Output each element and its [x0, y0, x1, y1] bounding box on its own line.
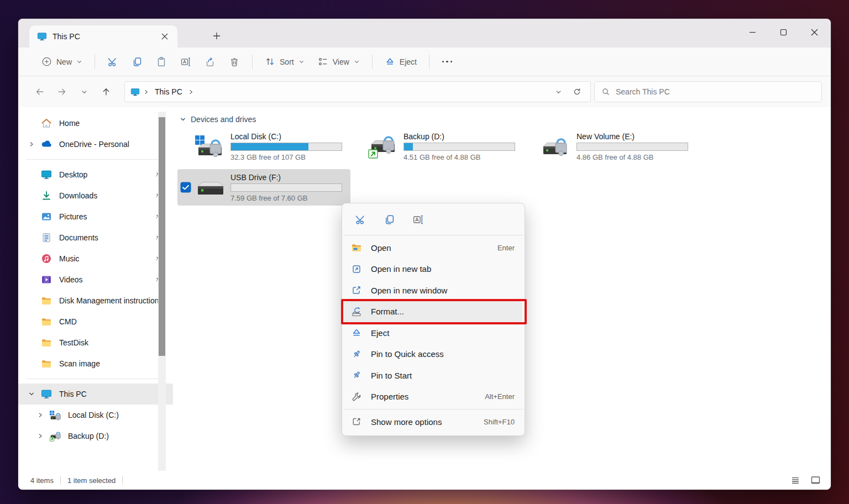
delete-button[interactable] — [222, 52, 247, 72]
sidebar-item-testdisk[interactable]: TestDisk — [18, 332, 173, 353]
up-button[interactable] — [97, 82, 116, 101]
this-pc-monitor-icon — [130, 87, 140, 97]
sidebar-item-label: Backup (D:) — [68, 432, 173, 440]
large-thumbnails-view-icon[interactable] — [809, 474, 822, 487]
drive-tile-usb-f[interactable]: USB Drive (F:) 7.59 GB free of 7.60 GB — [177, 169, 350, 206]
sidebar-item-scan-image[interactable]: Scan image — [18, 353, 173, 374]
pin-icon — [351, 349, 362, 360]
details-view-icon[interactable] — [789, 474, 802, 487]
tab-this-pc[interactable]: This PC — [29, 25, 177, 48]
sidebar-item-label: Music — [59, 254, 151, 263]
chevron-right-icon[interactable] — [188, 89, 194, 95]
share-button[interactable] — [198, 52, 222, 72]
context-menu-item-open-new-tab[interactable]: Open in new tab — [344, 259, 522, 280]
sidebar-item-documents[interactable]: Documents — [18, 227, 173, 248]
new-button[interactable]: New — [35, 52, 89, 72]
this-pc-monitor-icon — [40, 389, 53, 400]
folder-icon — [40, 295, 53, 306]
file-explorer-window: This PC New — [18, 19, 831, 490]
status-divider — [122, 476, 123, 485]
rename-icon — [180, 56, 191, 67]
drive-tile-backup-d[interactable]: Backup (D:) 4.51 GB free of 4.88 GB — [350, 128, 523, 165]
sidebar-item-desktop[interactable]: Desktop — [18, 164, 173, 185]
copy-icon-button[interactable] — [380, 210, 399, 229]
item-count: 4 items — [30, 476, 54, 485]
section-devices-and-drives[interactable]: Devices and drives — [177, 115, 831, 124]
cut-icon-button[interactable] — [351, 210, 370, 229]
paste-button[interactable] — [149, 52, 174, 72]
breadcrumb-bar[interactable]: This PC — [124, 81, 591, 102]
backup-d-icon — [49, 431, 61, 442]
rename-icon-button[interactable] — [408, 210, 427, 229]
sidebar-item-label: Documents — [59, 233, 151, 242]
sidebar-item-label: Videos — [59, 275, 151, 284]
chevron-down-icon[interactable] — [25, 389, 38, 400]
section-header-label: Devices and drives — [191, 115, 256, 124]
selected-checkbox[interactable] — [180, 182, 191, 193]
context-menu-item-pin-start[interactable]: Pin to Start — [344, 365, 522, 386]
see-more-button[interactable] — [435, 52, 459, 72]
address-dropdown-chevron-icon[interactable] — [551, 84, 566, 99]
menu-item-label: Open in new tab — [371, 264, 515, 274]
forward-button[interactable] — [53, 82, 71, 101]
sidebar-item-label: Disk Management instruction — [59, 296, 173, 305]
new-tab-button[interactable] — [208, 28, 225, 44]
hard-drive-share-icon — [367, 133, 398, 160]
context-menu-item-properties[interactable]: Properties Alt+Enter — [344, 386, 522, 408]
sidebar-item-home[interactable]: Home — [18, 113, 173, 134]
sort-button[interactable]: Sort — [258, 52, 311, 72]
folder-icon — [40, 358, 53, 369]
chevron-down-icon[interactable] — [180, 116, 186, 123]
view-button-label: View — [333, 57, 349, 66]
copy-button[interactable] — [125, 52, 149, 72]
chevron-right-icon[interactable] — [34, 410, 47, 421]
rename-button[interactable] — [174, 52, 198, 72]
tab-close-icon[interactable] — [158, 29, 172, 44]
sidebar-item-downloads[interactable]: Downloads — [18, 185, 173, 206]
context-menu-item-pin-quick-access[interactable]: Pin to Quick access — [344, 344, 522, 365]
context-menu-item-open[interactable]: Open Enter — [344, 237, 522, 259]
sidebar-item-pictures[interactable]: Pictures — [18, 206, 173, 227]
sidebar-item-cmd[interactable]: CMD — [18, 311, 173, 332]
minimize-button[interactable] — [737, 19, 768, 45]
pictures-icon — [40, 211, 53, 222]
sidebar-item-backup-d[interactable]: Backup (D:) — [18, 426, 173, 447]
breadcrumb-this-pc[interactable]: This PC — [153, 87, 185, 96]
drive-free-space: 4.51 GB free of 4.88 GB — [403, 153, 515, 161]
hard-drive-lock-icon — [540, 133, 571, 160]
refresh-icon[interactable] — [569, 84, 585, 99]
drive-free-space: 4.86 GB free of 4.88 GB — [577, 153, 688, 161]
search-input[interactable] — [616, 87, 815, 96]
context-menu-item-show-more-options[interactable]: Show more options Shift+F10 — [344, 411, 522, 433]
sidebar-scrollbar-thumb[interactable] — [159, 117, 165, 356]
share-icon — [205, 56, 216, 67]
sidebar-item-onedrive[interactable]: OneDrive - Personal — [18, 134, 173, 155]
eject-toolbar-button[interactable]: Eject — [378, 52, 423, 72]
desktop-wallpaper: This PC New — [0, 0, 849, 504]
recent-locations-chevron-icon[interactable] — [75, 82, 93, 101]
maximize-button[interactable] — [768, 19, 799, 45]
navigation-pane: Home OneDrive - Personal Desktop — [18, 107, 173, 471]
context-menu-item-eject[interactable]: Eject — [344, 322, 522, 344]
sidebar-item-local-disk-c[interactable]: Local Disk (C:) — [18, 405, 173, 426]
chevron-right-icon — [143, 89, 149, 95]
back-button[interactable] — [30, 82, 49, 101]
context-menu-item-open-new-window[interactable]: Open in new window — [344, 280, 522, 301]
sidebar-item-this-pc[interactable]: This PC — [18, 384, 173, 405]
drive-tile-local-disk-c[interactable]: Local Disk (C:) 32.3 GB free of 107 GB — [177, 128, 350, 165]
sidebar-item-music[interactable]: Music — [18, 248, 173, 269]
context-menu-item-format[interactable]: Format... — [344, 301, 522, 323]
sidebar-item-disk-management-instruction[interactable]: Disk Management instruction — [18, 290, 173, 311]
view-button[interactable]: View — [311, 52, 366, 72]
chevron-right-icon[interactable] — [34, 431, 47, 442]
close-button[interactable] — [799, 19, 830, 45]
sidebar-item-videos[interactable]: Videos — [18, 269, 173, 290]
menu-separator — [343, 235, 523, 235]
search-box[interactable] — [594, 81, 822, 102]
drive-tile-new-volume-e[interactable]: New Volume (E:) 4.86 GB free of 4.88 GB — [523, 128, 696, 165]
cut-button[interactable] — [101, 52, 125, 72]
context-menu: Open Enter Open in new tab Open in new w… — [342, 203, 525, 436]
downloads-icon — [40, 190, 53, 201]
sidebar-item-label: CMD — [59, 317, 173, 326]
chevron-right-icon[interactable] — [25, 139, 38, 150]
